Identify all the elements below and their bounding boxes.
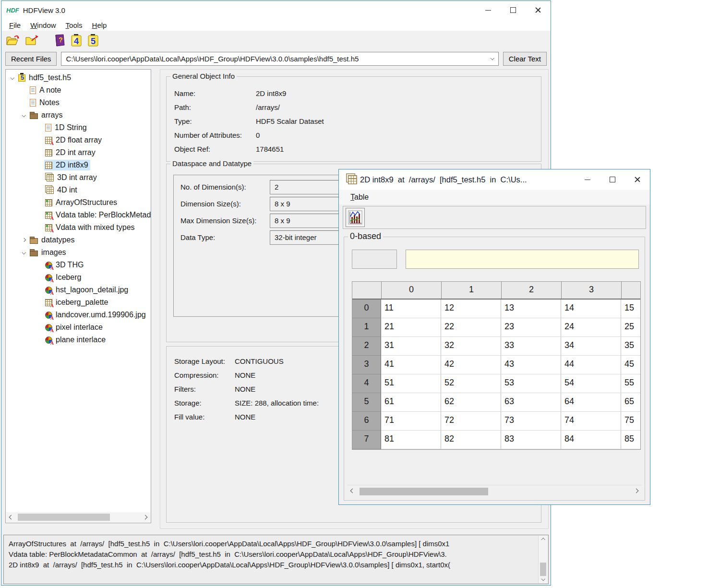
scroll-left-icon[interactable] [9, 515, 14, 520]
table-cell[interactable]: 51 [381, 374, 441, 393]
table-cell[interactable]: 34 [561, 337, 621, 356]
expander-icon[interactable] [19, 114, 29, 117]
recent-files-button[interactable]: Recent Files [5, 52, 57, 66]
tree-item-1d-string[interactable]: 1D String [6, 121, 151, 134]
tree-item-iceberg[interactable]: Iceberg [6, 271, 151, 284]
scroll-up-icon[interactable] [541, 538, 545, 542]
scrollbar-thumb[interactable] [18, 514, 110, 521]
row-header[interactable]: 6 [352, 412, 381, 431]
table-cell[interactable]: 75 [621, 412, 640, 431]
tree-item-pixel-interlace[interactable]: pixel interlace [6, 321, 151, 334]
tree-item-landcover[interactable]: landcover.umd.199906.jpg [6, 309, 151, 321]
table-cell[interactable]: 11 [381, 300, 441, 318]
tree-item-2d-int-array[interactable]: 2D int array [6, 146, 151, 159]
table-cell[interactable]: 62 [441, 393, 501, 412]
tree-item-datatypes[interactable]: datatypes [6, 234, 151, 246]
table-cell[interactable]: 13 [501, 300, 561, 318]
tree-item-plane-interlace[interactable]: plane interlace [6, 334, 151, 346]
close-button[interactable] [625, 169, 650, 190]
close-file-button[interactable] [24, 34, 39, 47]
row-header[interactable]: 7 [352, 431, 381, 449]
clear-text-button[interactable]: Clear Text [503, 52, 547, 66]
table-cell[interactable]: 22 [441, 318, 501, 337]
table-cell[interactable]: 21 [381, 318, 441, 337]
help-button[interactable]: ? [53, 34, 66, 47]
tree-item-a-note[interactable]: A note [6, 84, 151, 96]
scrollbar-thumb[interactable] [360, 488, 488, 495]
file-path-combobox[interactable]: C:\Users\lori.cooper\AppData\Local\Apps\… [61, 52, 498, 66]
expander-icon[interactable] [19, 251, 29, 254]
table-cell[interactable]: 52 [441, 374, 501, 393]
table-horizontal-scrollbar[interactable] [347, 485, 642, 496]
table-cell[interactable]: 72 [441, 412, 501, 431]
table-cell[interactable]: 32 [441, 337, 501, 356]
table-cell[interactable]: 55 [621, 374, 640, 393]
close-button[interactable] [526, 1, 551, 19]
table-cell[interactable]: 85 [621, 431, 640, 449]
table-cell[interactable]: 44 [561, 356, 621, 374]
scroll-left-icon[interactable] [350, 489, 355, 493]
tree-item-images[interactable]: images [6, 246, 151, 259]
table-cell[interactable]: 64 [561, 393, 621, 412]
row-header[interactable]: 0 [352, 300, 381, 318]
tree-item-3d-int-array[interactable]: 3D int array [6, 171, 151, 184]
table-cell[interactable]: 71 [381, 412, 441, 431]
scroll-down-icon[interactable] [541, 577, 545, 581]
table-cell[interactable]: 74 [561, 412, 621, 431]
minimize-button[interactable] [575, 169, 600, 190]
tree-item-arrayofstructures[interactable]: ArrayOfStructures [6, 196, 151, 209]
scroll-right-icon[interactable] [143, 515, 148, 520]
maximize-button[interactable] [501, 1, 526, 19]
row-header[interactable]: 5 [352, 393, 381, 412]
menu-tools[interactable]: Tools [61, 20, 87, 30]
menu-window[interactable]: Window [25, 20, 60, 30]
status-log-area[interactable]: ArrayOfStructures at /arrays/ [hdf5_test… [3, 535, 549, 584]
tree-item-vdata-table-perblock[interactable]: Vdata table: PerBlockMetadataCommon [6, 209, 151, 221]
table-cell[interactable]: 35 [621, 337, 640, 356]
tree-item-notes[interactable]: Notes [6, 96, 151, 109]
scroll-right-icon[interactable] [634, 489, 639, 493]
row-header[interactable]: 4 [352, 374, 381, 393]
row-header[interactable]: 1 [352, 318, 381, 337]
tree-item-vdata-mixed-types[interactable]: Vdata with mixed types [6, 221, 151, 234]
table-cell[interactable]: 23 [501, 318, 561, 337]
scrollbar-thumb[interactable] [540, 563, 546, 576]
row-header[interactable]: 2 [352, 337, 381, 356]
table-cell[interactable]: 12 [441, 300, 501, 318]
table-cell[interactable]: 33 [501, 337, 561, 356]
menu-help[interactable]: Help [87, 20, 112, 30]
maximize-button[interactable] [600, 169, 625, 190]
table-corner-cell[interactable] [352, 282, 381, 299]
table-cell[interactable]: 24 [561, 318, 621, 337]
table-cell[interactable]: 54 [561, 374, 621, 393]
column-header-2[interactable]: 2 [501, 282, 561, 299]
column-header-1[interactable]: 1 [441, 282, 501, 299]
tree-item-hdf5-test-h5[interactable]: hdf5_test.h5 [6, 72, 151, 84]
table-cell[interactable]: 84 [561, 431, 621, 449]
open-file-button[interactable] [5, 34, 20, 47]
row-header[interactable]: 3 [352, 356, 381, 374]
tree-item-2d-float-array[interactable]: 2D float array [6, 134, 151, 146]
tree-item-3d-thg[interactable]: 3D THG [6, 259, 151, 271]
expander-icon[interactable] [19, 239, 29, 241]
tree-item-arrays[interactable]: arrays [6, 109, 151, 121]
tree-horizontal-scrollbar[interactable] [6, 512, 150, 522]
table-cell[interactable]: 25 [621, 318, 640, 337]
column-header-partial[interactable] [621, 282, 640, 299]
table-cell[interactable]: 63 [501, 393, 561, 412]
column-header-3[interactable]: 3 [561, 282, 621, 299]
cell-locator-field[interactable] [352, 250, 397, 269]
log-vertical-scrollbar[interactable] [538, 536, 548, 583]
cell-editor-field[interactable] [406, 250, 639, 269]
table-cell[interactable]: 83 [501, 431, 561, 449]
table-cell[interactable]: 73 [501, 412, 561, 431]
table-cell[interactable]: 81 [381, 431, 441, 449]
table-cell[interactable]: 41 [381, 356, 441, 374]
table-cell[interactable]: 82 [441, 431, 501, 449]
tree-item-2d-int8x9[interactable]: 2D int8x9 [6, 159, 151, 171]
table-cell[interactable]: 45 [621, 356, 640, 374]
table-cell[interactable]: 15 [621, 300, 640, 318]
tree-item-iceberg-palette[interactable]: iceberg_palette [6, 296, 151, 309]
table-cell[interactable]: 31 [381, 337, 441, 356]
expander-icon[interactable] [8, 76, 17, 79]
